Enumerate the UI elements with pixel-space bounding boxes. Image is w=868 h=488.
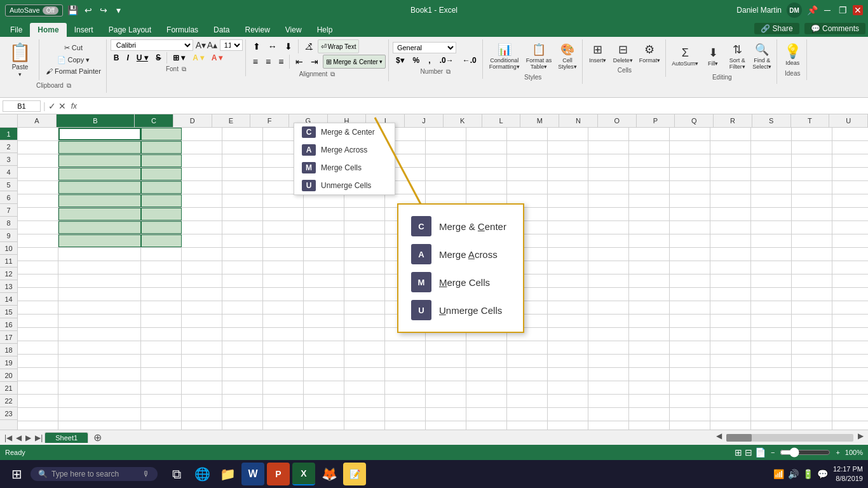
cell-B11[interactable] <box>58 261 141 274</box>
cell-N11[interactable] <box>588 261 629 274</box>
normal-view-icon[interactable]: ⊞ <box>735 447 742 458</box>
cell-D5[interactable] <box>182 181 222 194</box>
cell-J23[interactable] <box>426 421 466 430</box>
cell-S14[interactable] <box>792 301 832 314</box>
cell-B1[interactable] <box>58 128 141 140</box>
cell-F15[interactable] <box>263 315 304 327</box>
cell-L5[interactable] <box>507 181 548 194</box>
strikethrough-btn[interactable]: S̶ <box>153 52 164 64</box>
dec-increase-btn[interactable]: ←.0 <box>459 55 480 66</box>
page-break-icon[interactable]: ⊟ <box>745 447 752 458</box>
cell-P11[interactable] <box>670 261 710 274</box>
cell-S11[interactable] <box>792 261 832 274</box>
cell-P10[interactable] <box>670 248 710 261</box>
cell-F19[interactable] <box>263 368 304 381</box>
cell-C22[interactable] <box>141 408 182 421</box>
cell-N17[interactable] <box>588 341 629 354</box>
sound-icon[interactable]: 🔊 <box>788 469 799 479</box>
cell-J19[interactable] <box>426 368 466 381</box>
cell-C12[interactable] <box>141 274 182 287</box>
cell-C1[interactable] <box>141 128 182 140</box>
cell-K23[interactable] <box>466 421 507 430</box>
paste-btn[interactable]: 📋 Paste ▾ <box>5 39 35 80</box>
wrap-text-btn[interactable]: ⏎ Wrap Text <box>318 39 360 53</box>
cell-T23[interactable] <box>832 421 868 430</box>
cell-I21[interactable] <box>385 395 426 407</box>
cell-I19[interactable] <box>385 368 426 381</box>
insert-btn[interactable]: ⊞ Insert▾ <box>587 42 609 65</box>
cell-G13[interactable] <box>304 288 344 301</box>
cell-H16[interactable] <box>344 328 385 341</box>
cell-A8[interactable] <box>18 221 58 234</box>
cell-N10[interactable] <box>588 248 629 261</box>
cell-G21[interactable] <box>304 395 344 407</box>
cell-S5[interactable] <box>792 181 832 194</box>
cell-B10[interactable] <box>58 248 141 261</box>
cell-G6[interactable] <box>304 194 344 207</box>
align-right-btn[interactable]: ≡ <box>275 55 287 69</box>
angle-text-btn[interactable]: ⦨ <box>301 39 316 53</box>
cell-G15[interactable] <box>304 315 344 327</box>
cell-G19[interactable] <box>304 368 344 381</box>
cell-N2[interactable] <box>588 141 629 154</box>
cell-D23[interactable] <box>182 421 222 430</box>
sheet-scroll-right[interactable]: ▶ <box>856 431 865 444</box>
cell-H13[interactable] <box>344 288 385 301</box>
cell-H11[interactable] <box>344 261 385 274</box>
format-btn[interactable]: ⚙ Format▾ <box>637 42 663 65</box>
decrease-indent-btn[interactable]: ⇤ <box>292 55 306 69</box>
cell-A16[interactable] <box>18 328 58 341</box>
cell-G8[interactable] <box>304 221 344 234</box>
cell-D20[interactable] <box>182 381 222 394</box>
cell-B4[interactable] <box>58 168 141 180</box>
cell-A7[interactable] <box>18 208 58 220</box>
taskbar-app-explorer[interactable]: 📁 <box>216 463 239 485</box>
align-top-btn[interactable]: ⬆ <box>250 39 264 53</box>
cell-C19[interactable] <box>141 368 182 381</box>
row-header-13[interactable]: 13 <box>0 280 17 293</box>
cell-Q14[interactable] <box>710 301 751 314</box>
cell-T1[interactable] <box>832 128 868 140</box>
cell-D3[interactable] <box>182 154 222 167</box>
cell-O11[interactable] <box>629 261 670 274</box>
align-bottom-btn[interactable]: ⬇ <box>281 39 295 53</box>
cell-K5[interactable] <box>466 181 507 194</box>
cell-E16[interactable] <box>222 328 263 341</box>
horizontal-scrollbar[interactable] <box>726 434 853 442</box>
cell-E21[interactable] <box>222 395 263 407</box>
cell-S15[interactable] <box>792 315 832 327</box>
row-header-1[interactable]: 1 <box>0 128 17 140</box>
cell-L18[interactable] <box>507 355 548 367</box>
cell-N21[interactable] <box>588 395 629 407</box>
cell-A4[interactable] <box>18 168 58 180</box>
cell-S21[interactable] <box>792 395 832 407</box>
cell-R19[interactable] <box>751 368 792 381</box>
redo-icon[interactable]: ↪ <box>98 5 109 15</box>
cell-B23[interactable] <box>58 421 141 430</box>
cell-H20[interactable] <box>344 381 385 394</box>
cell-F21[interactable] <box>263 395 304 407</box>
cell-M12[interactable] <box>548 274 588 287</box>
cell-A3[interactable] <box>18 154 58 167</box>
col-header-C[interactable]: C <box>135 114 173 127</box>
cell-Q7[interactable] <box>710 208 751 220</box>
cell-A13[interactable] <box>18 288 58 301</box>
cell-Q13[interactable] <box>710 288 751 301</box>
col-header-D[interactable]: D <box>173 114 212 127</box>
cell-C10[interactable] <box>141 248 182 261</box>
col-header-P[interactable]: P <box>637 114 675 127</box>
cell-O10[interactable] <box>629 248 670 261</box>
cell-M21[interactable] <box>548 395 588 407</box>
col-header-R[interactable]: R <box>714 114 752 127</box>
cell-C23[interactable] <box>141 421 182 430</box>
row-header-21[interactable]: 21 <box>0 382 17 395</box>
cell-D10[interactable] <box>182 248 222 261</box>
cell-K20[interactable] <box>466 381 507 394</box>
sheet-scroll-left[interactable]: ◀ <box>714 431 724 444</box>
cell-M19[interactable] <box>548 368 588 381</box>
cell-P17[interactable] <box>670 341 710 354</box>
cell-D6[interactable] <box>182 194 222 207</box>
conditional-formatting-btn[interactable]: 📊 ConditionalFormatting▾ <box>487 42 522 72</box>
cell-C17[interactable] <box>141 341 182 354</box>
cell-E9[interactable] <box>222 234 263 247</box>
